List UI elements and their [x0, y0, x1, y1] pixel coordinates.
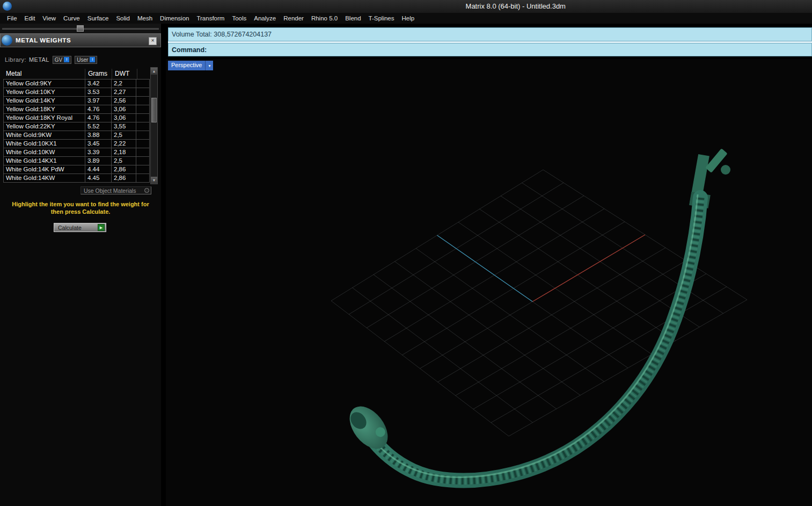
table-row[interactable]: Yellow Gold:22KY5.523,55: [3, 122, 150, 131]
user-toggle-icon[interactable]: I: [90, 57, 95, 62]
user-button-label: User: [77, 57, 88, 63]
ring-rail-model[interactable]: [342, 148, 730, 480]
menu-item-rhino-5-0[interactable]: Rhino 5.0: [308, 13, 341, 23]
user-button[interactable]: User I: [75, 56, 97, 64]
close-icon[interactable]: ✕: [149, 37, 157, 45]
cell-grams: 3.89: [85, 156, 112, 165]
cell-metal: Yellow Gold:10KY: [3, 88, 85, 97]
command-area: Volume Total: 308,572674204137 Command:: [168, 27, 812, 56]
table-scrollbar[interactable]: ▲ ▼: [150, 67, 158, 184]
cell-dwt: 3,06: [111, 105, 136, 114]
table-header: Metal Grams DWT: [3, 67, 150, 79]
table-body: Yellow Gold:9KY3.422,2Yellow Gold:10KY3.…: [3, 79, 150, 184]
panel-header: METAL WEIGHTS ✕: [0, 33, 161, 47]
y-axis-line: [437, 235, 533, 302]
menu-item-surface[interactable]: Surface: [84, 13, 113, 23]
menu-item-transform[interactable]: Transform: [193, 13, 228, 23]
command-label: Command:: [172, 46, 207, 54]
menu-item-mesh[interactable]: Mesh: [134, 13, 156, 23]
cell-grams: 4.45: [85, 174, 112, 183]
cell-dwt: 2,18: [111, 148, 136, 157]
table-row[interactable]: White Gold:9KW3.882,5: [3, 131, 150, 140]
viewport-canvas[interactable]: [166, 59, 812, 506]
model-band-highlight: [364, 194, 698, 477]
cell-metal: White Gold:14K PdW: [3, 165, 85, 174]
cell-grams: 4.44: [85, 165, 112, 174]
window-title: Matrix 8.0 (64-bit) - Untitled.3dm: [466, 2, 566, 10]
menu-item-solid[interactable]: Solid: [112, 13, 134, 23]
calculate-play-icon: ▶: [98, 224, 105, 231]
header-dwt: DWT: [112, 69, 137, 79]
table-row[interactable]: White Gold:10KW3.392,18: [3, 148, 150, 157]
cell-grams: 3.39: [85, 148, 112, 157]
menu-item-curve[interactable]: Curve: [60, 13, 84, 23]
use-object-materials-label: Use Object Materials: [84, 187, 136, 194]
cell-dwt: 3,55: [111, 122, 136, 131]
viewport-title-button[interactable]: Perspective ▼: [168, 61, 213, 70]
model-lattice-dark: [367, 198, 700, 480]
metal-weights-panel: METAL WEIGHTS ✕ Library: METAL GV I User…: [0, 24, 161, 506]
viewport[interactable]: Perspective ▼: [166, 59, 812, 506]
menu-bar: FileEditViewCurveSurfaceSolidMeshDimensi…: [0, 13, 812, 24]
volume-total-label: Volume Total:: [172, 31, 214, 38]
menu-item-dimension[interactable]: Dimension: [156, 13, 193, 23]
cell-metal: Yellow Gold:18KY Royal: [3, 113, 85, 122]
model-lattice-light: [367, 198, 700, 480]
header-grams: Grams: [85, 69, 112, 79]
cell-empty: [136, 174, 150, 183]
cell-empty: [136, 113, 150, 122]
use-object-materials-button[interactable]: Use Object Materials: [81, 186, 151, 194]
menu-item-tools[interactable]: Tools: [228, 13, 250, 23]
cell-dwt: 2,56: [111, 96, 136, 105]
command-input[interactable]: Command:: [168, 43, 812, 56]
cell-metal: White Gold:14KX1: [3, 156, 85, 165]
table-row[interactable]: White Gold:14KW4.452,86: [3, 174, 150, 183]
table-row[interactable]: Yellow Gold:18KY4.763,06: [3, 105, 150, 114]
app-icon: [3, 2, 12, 11]
menu-item-file[interactable]: File: [3, 13, 21, 23]
table-row[interactable]: Yellow Gold:9KY3.422,2: [3, 79, 150, 88]
cell-grams: 3.53: [85, 88, 112, 97]
menu-item-blend[interactable]: Blend: [341, 13, 364, 23]
menu-item-render[interactable]: Render: [280, 13, 308, 23]
scroll-up-icon[interactable]: ▲: [151, 68, 157, 75]
cell-metal: White Gold:10KX1: [3, 139, 85, 148]
cell-metal: Yellow Gold:18KY: [3, 105, 85, 114]
use-object-materials-checkbox[interactable]: [144, 188, 149, 193]
cell-empty: [136, 139, 150, 148]
menu-item-analyze[interactable]: Analyze: [250, 13, 280, 23]
calculate-button[interactable]: Calculate ▶: [54, 223, 106, 232]
table-row[interactable]: White Gold:14K PdW4.442,86: [3, 165, 150, 174]
viewport-dropdown-icon[interactable]: ▼: [205, 61, 213, 70]
cell-empty: [136, 148, 150, 157]
header-metal: Metal: [3, 69, 85, 79]
x-axis-line: [532, 235, 645, 302]
table-row[interactable]: White Gold:14KX13.892,5: [3, 156, 150, 165]
cell-metal: Yellow Gold:14KY: [3, 96, 85, 105]
calculate-label: Calculate: [58, 225, 82, 231]
cell-grams: 4.76: [85, 105, 112, 114]
cell-dwt: 2,86: [111, 174, 136, 183]
table-row[interactable]: Yellow Gold:10KY3.532,27: [3, 88, 150, 97]
title-bar: Matrix 8.0 (64-bit) - Untitled.3dm: [0, 0, 812, 13]
menu-item-edit[interactable]: Edit: [21, 13, 39, 23]
menu-item-view[interactable]: View: [39, 13, 60, 23]
gv-button[interactable]: GV I: [53, 56, 71, 64]
cell-dwt: 2,2: [111, 79, 136, 88]
cell-empty: [136, 131, 150, 140]
gv-toggle-icon[interactable]: I: [64, 57, 69, 62]
slider-handle[interactable]: [77, 25, 84, 32]
cell-dwt: 2,27: [111, 88, 136, 97]
cell-empty: [136, 105, 150, 114]
table-row[interactable]: Yellow Gold:18KY Royal4.763,06: [3, 113, 150, 122]
cell-empty: [136, 156, 150, 165]
menu-item-help[interactable]: Help: [398, 13, 419, 23]
table-row[interactable]: Yellow Gold:14KY3.972,56: [3, 96, 150, 105]
table-row[interactable]: White Gold:10KX13.452,22: [3, 139, 150, 148]
scroll-down-icon[interactable]: ▼: [151, 177, 157, 184]
scroll-thumb[interactable]: [151, 98, 157, 122]
cell-dwt: 2,86: [111, 165, 136, 174]
cell-empty: [136, 165, 150, 174]
menu-item-t-splines[interactable]: T-Splines: [365, 13, 398, 23]
cell-empty: [136, 122, 150, 131]
